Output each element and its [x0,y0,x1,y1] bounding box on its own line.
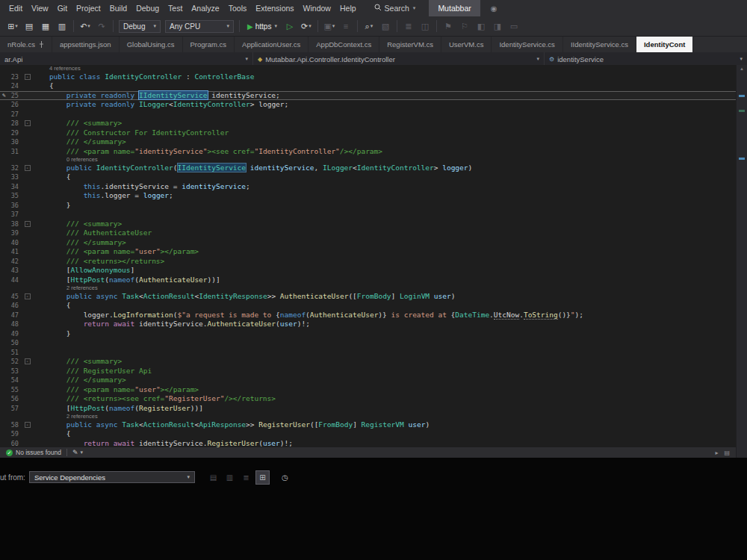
edit-mode-icon[interactable]: ✎ ▾ [72,449,83,456]
menu-view[interactable]: View [27,0,53,16]
member-dropdown[interactable]: ⚙ identityService ▾ [544,52,747,66]
code-line-45[interactable]: 45- public async Task<ActionResult<Ident… [0,292,736,302]
fold-marker[interactable]: - [22,220,32,229]
code-line-34[interactable]: 34 this.identityService = identityServic… [0,182,736,192]
menu-help[interactable]: Help [335,0,361,16]
code-line-56[interactable]: 56 /// <returns><see cref="RegisterUser"… [0,394,736,404]
codelens-references[interactable]: 0 references [0,156,736,164]
save-all-button[interactable]: ▥ [55,19,69,33]
new-file-button[interactable]: ⊞▾ [5,19,20,33]
toggle-wordwrap-button[interactable]: ⊞ [256,471,269,484]
code-line-38[interactable]: 38- /// <summary> [0,220,736,229]
fold-marker[interactable]: - [22,357,32,367]
output-source-select[interactable]: Service Dependencies ▾ [29,471,195,483]
code-line-33[interactable]: 33 { [0,172,736,182]
account-button[interactable]: Mutabbar [429,0,480,16]
code-line-40[interactable]: 40 /// </summary> [0,238,736,248]
code-line-49[interactable]: 49 } [0,329,736,339]
code-line-43[interactable]: 43 [AllowAnonymous] [0,266,736,276]
code-line-54[interactable]: 54 /// </summary> [0,376,736,385]
code-line-41[interactable]: 41 /// <param name="user"></param> [0,247,736,257]
code-line-55[interactable]: 55 /// <param name="user"></param> [0,385,736,395]
fold-marker[interactable]: - [22,420,32,430]
split-window-icon[interactable]: ▤ [724,449,730,456]
tab-identitycont[interactable]: IdentityCont [636,37,693,52]
fold-marker[interactable]: - [22,164,32,173]
start-debugging-button[interactable]: ▶https▾ [243,19,282,33]
codelens-references[interactable]: 4 references [0,65,736,72]
code-line-59[interactable]: 59 { [0,429,736,439]
code-line-23[interactable]: 23- public class IdentityController : Co… [0,72,736,82]
code-line-31[interactable]: 31 /// <param name="identityService"><se… [0,147,736,157]
code-line-53[interactable]: 53 /// RegisterUser Api [0,367,736,376]
code-line-32[interactable]: 32- public IdentityController(IIdentityS… [0,164,736,173]
find-in-files-button[interactable]: ⌕▾ [362,19,376,33]
menu-edit[interactable]: Edit [4,0,27,16]
code-line-37[interactable]: 37 [0,210,736,220]
code-line-50[interactable]: 50 [0,338,736,348]
menu-git[interactable]: Git [53,0,72,16]
tab-appsettings-json[interactable]: appsettings.json [52,37,120,52]
code-line-26[interactable]: 26 private readonly ILogger<IdentityCont… [0,100,736,110]
tab-nrole-cs[interactable]: nRole.cs [0,37,52,52]
fold-marker[interactable]: - [22,72,32,82]
code-line-39[interactable]: 39 /// AuthenticateUser [0,228,736,238]
menu-window[interactable]: Window [299,0,335,16]
code-line-42[interactable]: 42 /// <returns></returns> [0,257,736,267]
code-line-58[interactable]: 58- public async Task<ActionResult<ApiRe… [0,420,736,430]
codelens-references[interactable]: 2 references [0,413,736,420]
tab-globalusing-cs[interactable]: GlobalUsing.cs [120,37,183,52]
tab-appdbcontext-cs[interactable]: AppDbContext.cs [309,37,379,52]
issues-status[interactable]: No issues found [16,449,61,456]
code-line-46[interactable]: 46 { [0,301,736,311]
tab-iidentityservice-cs[interactable]: IIdentityService.cs [563,37,636,52]
code-line-27[interactable]: 27 [0,110,736,119]
menu-tools[interactable]: Tools [224,0,252,16]
tab-applicationuser-cs[interactable]: ApplicationUser.cs [235,37,309,52]
vertical-scrollbar[interactable]: ▴ [736,65,747,458]
fold-marker[interactable]: - [22,292,32,302]
code-line-36[interactable]: 36 } [0,201,736,211]
menu-analyze[interactable]: Analyze [187,0,223,16]
notifications-icon[interactable]: ◉ [491,4,498,13]
code-line-24[interactable]: 24 { [0,81,736,91]
code-editor[interactable]: 4 references23- public class IdentityCon… [0,65,736,447]
code-line-29[interactable]: 29 /// Constructor For IdentityControlle… [0,128,736,138]
code-line-60[interactable]: 60 return await identityService.Register… [0,439,736,448]
code-line-57[interactable]: 57 [HttpPost(nameof(RegisterUser))] [0,404,736,414]
type-dropdown[interactable]: ◆ Mutabbar.Api.Controller.IdentityContro… [252,52,544,66]
quick-actions-icon[interactable]: ✎ [2,92,6,99]
code-line-35[interactable]: 35 this.logger = logger; [0,191,736,201]
code-line-51[interactable]: 51 [0,348,736,358]
project-dropdown[interactable]: ar.Api ▾ [0,52,252,66]
menu-test[interactable]: Test [164,0,187,16]
solution-configuration-select[interactable]: Debug▾ [119,20,161,33]
tab-program-cs[interactable]: Program.cs [183,37,235,52]
code-line-25[interactable]: 25 private readonly IIdentityService ide… [0,91,736,101]
start-without-debugging-button[interactable]: ▷ [282,19,297,33]
codelens-references[interactable]: 2 references [0,284,736,292]
open-file-button[interactable]: ▤ [22,19,37,33]
menu-extensions[interactable]: Extensions [251,0,298,16]
scroll-up-arrow[interactable]: ▴ [737,65,747,72]
menu-build[interactable]: Build [105,0,131,16]
code-line-44[interactable]: 44 [HttpPost(nameof(AuthenticateUser))] [0,276,736,285]
menu-debug[interactable]: Debug [131,0,164,16]
search-box[interactable]: Search ▾ [374,4,416,13]
scroll-right-arrow[interactable]: ▸ [715,449,718,456]
hot-reload-button[interactable]: ⟳▾ [299,19,314,33]
code-line-48[interactable]: 48 return await identityService.Authenti… [0,320,736,329]
tab-registervm-cs[interactable]: RegisterVM.cs [379,37,441,52]
code-line-30[interactable]: 30 /// </summary> [0,137,736,147]
menu-project[interactable]: Project [72,0,105,16]
tab-uservm-cs[interactable]: UserVM.cs [441,37,492,52]
tab-identityservice-cs[interactable]: IdentityService.cs [492,37,562,52]
solution-platform-select[interactable]: Any CPU▾ [165,20,234,33]
code-line-47[interactable]: 47 logger.LogInformation($"a request is … [0,311,736,320]
timestamps-button[interactable]: ◷ [279,471,291,484]
fold-marker[interactable]: - [22,119,32,128]
undo-button[interactable]: ↶▾ [78,19,93,33]
code-line-52[interactable]: 52- /// <summary> [0,357,736,367]
save-button[interactable]: ▦ [38,19,53,33]
code-line-28[interactable]: 28- /// <summary> [0,119,736,128]
